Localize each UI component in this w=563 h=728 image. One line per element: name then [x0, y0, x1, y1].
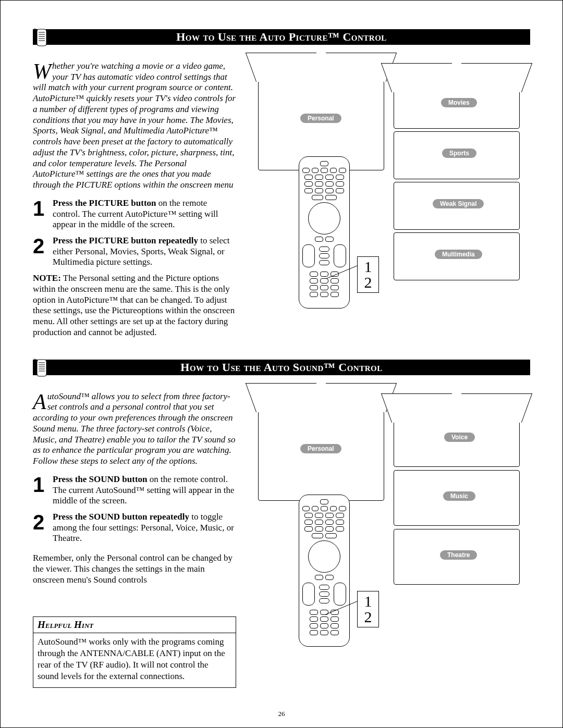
step-bold: Press the SOUND button — [53, 474, 148, 484]
pill-voice: Voice — [444, 433, 475, 442]
step-bold: Press the PICTURE button repeatedly — [53, 236, 198, 245]
svg-rect-7 — [37, 360, 46, 376]
pill-music: Music — [443, 491, 475, 501]
callout-numbers: 1 2 — [357, 256, 379, 293]
step-number: 2 — [33, 512, 47, 544]
step-bold: Press the SOUND button repeatedly — [53, 512, 189, 522]
tv-screen: Theatre — [394, 529, 520, 585]
note-label: NOTE: — [33, 273, 61, 283]
pill-personal: Personal — [300, 444, 341, 453]
pill-multimedia: Multimedia — [435, 250, 482, 259]
hint-title: Helpful Hint — [33, 617, 236, 633]
helpful-hint-box: Helpful Hint AutoSound™ works only with … — [33, 616, 236, 688]
pill-weak-signal: Weak Signal — [433, 199, 484, 208]
tv-screen: Movies — [394, 81, 520, 129]
remote-icon — [33, 357, 51, 377]
remember-paragraph: Remember, only the Personal control can … — [33, 553, 236, 585]
tv-screen: Voice — [394, 411, 520, 467]
tv-screen: Music — [394, 470, 520, 526]
step-1: 1 Press the PICTURE button on the remote… — [33, 198, 236, 230]
section-header-autopicture: How to Use the Auto Picture™ Control — [33, 29, 530, 45]
svg-rect-0 — [37, 29, 46, 46]
section2-columns: AutoSound™ allows you to select from thr… — [33, 382, 530, 688]
callout-2: 2 — [358, 275, 378, 290]
section1-illustration: Personal Movies Sports Weak Signal Multi… — [248, 52, 530, 347]
callout-2: 2 — [358, 609, 378, 625]
section-title: How to Use the Auto Sound™ Control — [33, 361, 530, 374]
hint-body: AutoSound™ works only with the programs … — [33, 633, 236, 687]
step-2: 2 Press the SOUND button repeatedly to t… — [33, 512, 236, 544]
intro-paragraph: AutoSound™ allows you to select from thr… — [33, 391, 236, 467]
step-number: 1 — [33, 198, 47, 230]
section1-text: Whether you're watching a movie or a vid… — [33, 52, 236, 347]
tv-screen: Multimedia — [394, 232, 520, 280]
autosound-diagram: Personal Voice Music Theatre — [248, 382, 529, 653]
svg-line-6 — [326, 266, 357, 279]
step-body: Press the SOUND button on the remote con… — [53, 474, 236, 507]
note-body: The Personal setting and the Picture opt… — [33, 273, 235, 337]
tv-screen: Weak Signal — [394, 182, 520, 230]
pill-sports: Sports — [442, 149, 476, 158]
page-number: 26 — [1, 710, 562, 718]
tv-screen: Sports — [394, 131, 520, 179]
pill-theatre: Theatre — [440, 550, 477, 560]
autopicture-diagram: Personal Movies Sports Weak Signal Multi… — [248, 52, 529, 313]
section1-columns: Whether you're watching a movie or a vid… — [33, 52, 530, 347]
step-1: 1 Press the SOUND button on the remote c… — [33, 474, 236, 507]
tv-screen: Personal — [258, 411, 384, 501]
remote-icon — [33, 27, 51, 47]
intro-paragraph: Whether you're watching a movie or a vid… — [33, 61, 236, 191]
step-number: 1 — [33, 474, 47, 507]
section2-illustration: Personal Voice Music Theatre — [248, 382, 530, 688]
step-bold: Press the PICTURE button — [53, 198, 156, 208]
callout-line-icon — [326, 263, 357, 294]
pill-personal: Personal — [300, 114, 341, 123]
callout-numbers: 1 2 — [357, 591, 379, 627]
callout-1: 1 — [358, 594, 378, 609]
step-body: Press the PICTURE button on the remote c… — [53, 198, 236, 230]
svg-line-13 — [326, 601, 357, 614]
section-header-autosound: How to Use the Auto Sound™ Control — [33, 360, 530, 375]
manual-page: How to Use the Auto Picture™ Control Whe… — [0, 0, 563, 728]
section-title: How to Use the Auto Picture™ Control — [33, 30, 530, 44]
callout-line-icon — [326, 599, 357, 630]
section2-text: AutoSound™ allows you to select from thr… — [33, 382, 236, 688]
step-body: Press the PICTURE button repeatedly to s… — [53, 236, 236, 268]
callout-1: 1 — [358, 259, 378, 275]
step-body: Press the SOUND button repeatedly to tog… — [53, 512, 236, 544]
step-number: 2 — [33, 236, 47, 268]
step-2: 2 Press the PICTURE button repeatedly to… — [33, 236, 236, 268]
note-paragraph: NOTE: The Personal setting and the Pictu… — [33, 273, 236, 338]
pill-movies: Movies — [441, 98, 477, 107]
